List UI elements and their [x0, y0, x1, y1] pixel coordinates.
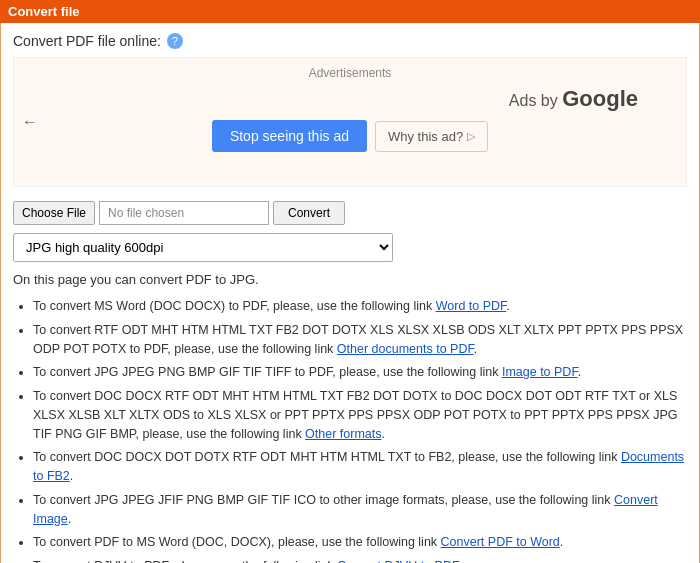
help-icon[interactable]: ?: [167, 33, 183, 49]
main-container: Convert PDF file online: ? Advertisement…: [0, 23, 700, 563]
word-to-pdf-link[interactable]: Word to PDF: [436, 299, 507, 313]
convert-pdf-to-word-link[interactable]: Convert PDF to Word: [441, 535, 560, 549]
list-item: To convert PDF to MS Word (DOC, DOCX), p…: [33, 533, 687, 552]
list-item: To convert MS Word (DOC DOCX) to PDF, pl…: [33, 297, 687, 316]
convert-djvu-to-pdf-link[interactable]: Convert DJVU to PDF: [337, 559, 458, 563]
arrow-right-icon: ▷: [467, 130, 475, 143]
header-title: Convert file: [8, 4, 80, 19]
list-item: To convert DOC DOCX DOT DOTX RTF ODT MHT…: [33, 448, 687, 486]
choose-file-button[interactable]: Choose File: [13, 201, 95, 225]
page-title: Convert PDF file online:: [13, 33, 161, 49]
list-item: To convert JPG JPEG JFIF PNG BMP GIF TIF…: [33, 491, 687, 529]
image-to-pdf-link[interactable]: Image to PDF: [502, 365, 578, 379]
ad-section: Advertisements ← Ads by Google Stop seei…: [13, 57, 687, 187]
convert-list: To convert MS Word (DOC DOCX) to PDF, pl…: [13, 297, 687, 563]
file-name-display: No file chosen: [99, 201, 269, 225]
page-title-row: Convert PDF file online: ?: [13, 33, 687, 49]
google-text: Google: [562, 86, 638, 111]
description-text: On this page you can convert PDF to JPG.: [13, 272, 687, 287]
ad-buttons: Stop seeing this ad Why this ad? ▷: [22, 120, 678, 152]
other-formats-link[interactable]: Other formats: [305, 427, 381, 441]
convert-button[interactable]: Convert: [273, 201, 345, 225]
list-item: To convert DJVU to PDF, please, use the …: [33, 557, 687, 563]
format-select[interactable]: JPG high quality 600dpi JPG medium quali…: [13, 233, 393, 262]
why-ad-label: Why this ad?: [388, 129, 463, 144]
list-item: To convert DOC DOCX RTF ODT MHT HTM HTML…: [33, 387, 687, 443]
stop-seeing-ad-button[interactable]: Stop seeing this ad: [212, 120, 367, 152]
file-section: Choose File No file chosen Convert: [13, 201, 687, 225]
list-item: To convert RTF ODT MHT HTM HTML TXT FB2 …: [33, 321, 687, 359]
ads-by-text: Ads by: [509, 92, 558, 109]
other-docs-to-pdf-link[interactable]: Other documents to PDF: [337, 342, 474, 356]
list-item: To convert JPG JPEG PNG BMP GIF TIF TIFF…: [33, 363, 687, 382]
header-bar: Convert file: [0, 0, 700, 23]
why-this-ad-button[interactable]: Why this ad? ▷: [375, 121, 488, 152]
ads-by-google: Ads by Google: [22, 86, 678, 112]
ad-label: Advertisements: [22, 66, 678, 80]
back-arrow-icon[interactable]: ←: [22, 113, 38, 131]
